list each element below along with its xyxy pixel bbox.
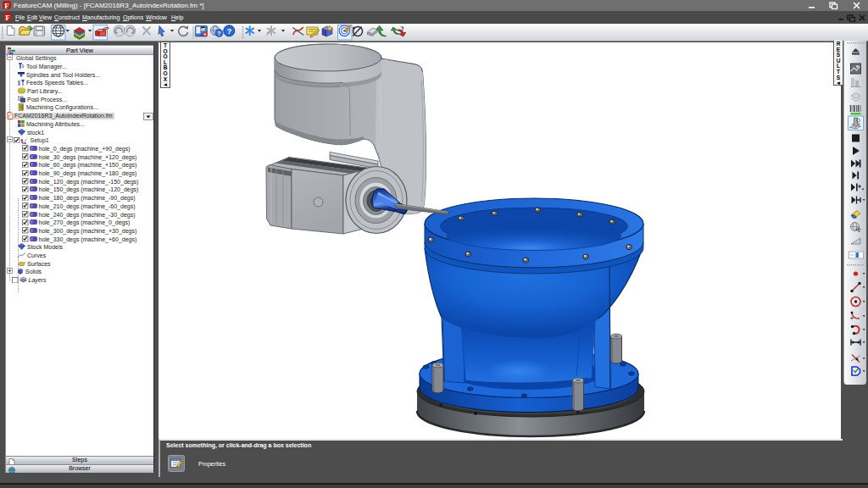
svg-text:?: ?: [217, 30, 221, 37]
svg-text:?: ?: [226, 26, 231, 36]
svg-text:F: F: [5, 14, 10, 22]
svg-text:F: F: [4, 2, 9, 10]
